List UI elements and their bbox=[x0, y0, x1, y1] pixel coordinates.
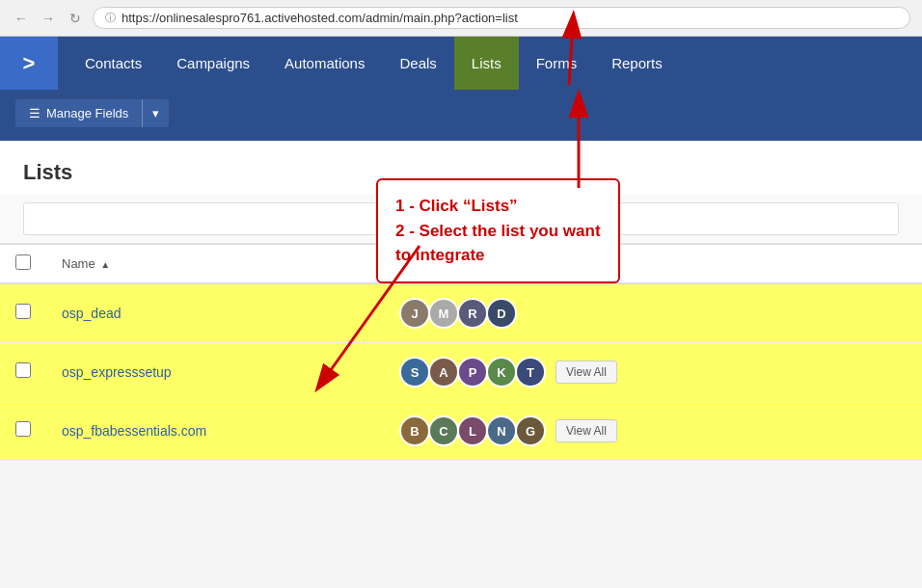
row-checkbox[interactable] bbox=[15, 362, 31, 378]
row-checkbox-cell bbox=[0, 402, 46, 461]
row-checkbox[interactable] bbox=[15, 421, 31, 437]
row-checkbox[interactable] bbox=[15, 304, 31, 319]
row-checkbox-cell bbox=[0, 343, 46, 402]
back-button[interactable]: ← bbox=[12, 9, 31, 28]
app-logo[interactable]: > bbox=[0, 37, 58, 90]
avatar: K bbox=[486, 357, 517, 388]
nav-item-automations[interactable]: Automations bbox=[267, 37, 382, 90]
table-row: osp_fbabessentials.com B C L N G View Al… bbox=[0, 402, 922, 461]
list-name-link[interactable]: osp_dead bbox=[62, 306, 122, 321]
avatar: B bbox=[399, 415, 430, 446]
row-contacts-cell: B C L N G View All bbox=[384, 402, 922, 461]
nav-item-reports[interactable]: Reports bbox=[594, 37, 680, 90]
manage-fields-button[interactable]: ☰ Manage Fields bbox=[15, 99, 142, 127]
list-name-link[interactable]: osp_fbabessentials.com bbox=[62, 423, 206, 439]
nav-item-forms[interactable]: Forms bbox=[519, 37, 595, 90]
nav-items: Contacts Campaigns Automations Deals Lis… bbox=[68, 37, 680, 90]
browser-bar: ← → ↻ ⓘ https://onlinesalespro761.active… bbox=[0, 0, 922, 37]
manage-fields-dropdown-button[interactable]: ▾ bbox=[142, 99, 169, 127]
avatar-group: B C L N G View All bbox=[399, 415, 907, 446]
address-bar: ⓘ https://onlinesalespro761.activehosted… bbox=[93, 7, 910, 29]
nav-item-campaigns[interactable]: Campaigns bbox=[159, 37, 267, 90]
lock-icon: ⓘ bbox=[105, 11, 116, 25]
arrow-lists-indicator bbox=[564, 92, 593, 188]
manage-fields-label: Manage Fields bbox=[46, 106, 128, 120]
avatar: N bbox=[486, 415, 517, 446]
manage-fields-icon: ☰ bbox=[29, 106, 41, 120]
svg-line-5 bbox=[323, 246, 420, 381]
avatar: L bbox=[457, 415, 488, 446]
avatar: D bbox=[486, 298, 517, 329]
avatar: C bbox=[428, 415, 459, 446]
annotation-line2: 2 - Select the list you want bbox=[395, 219, 601, 244]
arrow-row-indicator bbox=[294, 246, 487, 400]
nav-item-contacts[interactable]: Contacts bbox=[68, 37, 159, 90]
sort-arrow-icon: ▲ bbox=[100, 259, 110, 270]
avatar: T bbox=[515, 357, 546, 388]
nav-item-lists[interactable]: Lists bbox=[454, 37, 519, 90]
refresh-button[interactable]: ↻ bbox=[66, 9, 85, 28]
view-all-button[interactable]: View All bbox=[556, 419, 617, 442]
select-all-checkbox[interactable] bbox=[15, 254, 31, 270]
header-checkbox-cell bbox=[0, 245, 46, 284]
forward-button[interactable]: → bbox=[39, 9, 58, 28]
nav-item-deals[interactable]: Deals bbox=[382, 37, 453, 90]
page-wrapper: ← → ↻ ⓘ https://onlinesalespro761.active… bbox=[0, 0, 922, 588]
url-text: https://onlinesalespro761.activehosted.c… bbox=[122, 11, 518, 25]
app-nav: > Contacts Campaigns Automations Deals L… bbox=[0, 37, 922, 90]
avatar: G bbox=[515, 415, 546, 446]
list-name-link[interactable]: osp_expresssetup bbox=[62, 364, 172, 380]
view-all-button[interactable]: View All bbox=[556, 361, 617, 384]
row-name-cell: osp_fbabessentials.com bbox=[46, 402, 384, 461]
name-col-label: Name bbox=[62, 256, 95, 271]
row-checkbox-cell bbox=[0, 283, 46, 343]
